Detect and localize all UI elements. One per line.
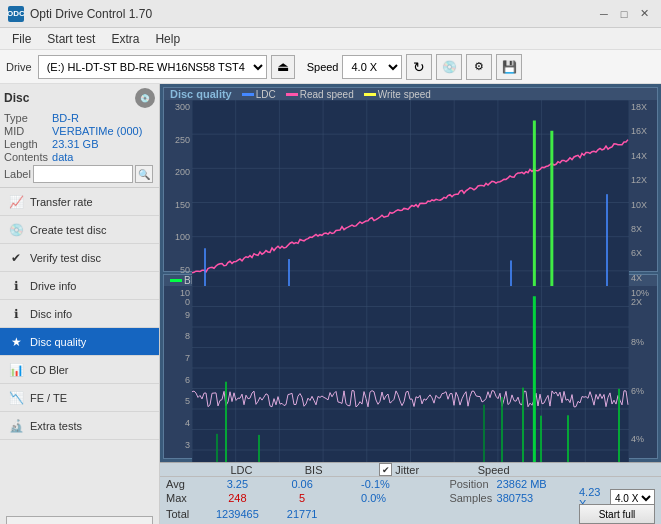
ldc-col-header: LDC	[202, 464, 281, 476]
total-label: Total	[166, 508, 202, 520]
sidebar-item-cd-bler[interactable]: 📊 CD Bler	[0, 356, 159, 384]
disc-quality-label: Disc quality	[30, 336, 86, 348]
contents-label: Contents	[4, 151, 48, 163]
eject-button[interactable]: ⏏	[271, 55, 295, 79]
type-value: BD-R	[52, 112, 155, 124]
extra-tests-icon: 🔬	[8, 418, 24, 434]
menu-bar: File Start test Extra Help	[0, 28, 661, 50]
length-label: Length	[4, 138, 48, 150]
position-val: 23862 MB	[497, 478, 579, 490]
drive-selector[interactable]: (E:) HL-DT-ST BD-RE WH16NS58 TST4	[38, 55, 267, 79]
bottom-chart-canvas	[192, 286, 629, 462]
cd-bler-label: CD Bler	[30, 364, 69, 376]
settings-button[interactable]: ⚙	[466, 54, 492, 80]
refresh-button[interactable]: ↻	[406, 54, 432, 80]
drive-info-label: Drive info	[30, 280, 76, 292]
close-button[interactable]: ✕	[635, 5, 653, 23]
total-bis: 21771	[273, 508, 332, 520]
minimize-button[interactable]: ─	[595, 5, 613, 23]
contents-value: data	[52, 151, 155, 163]
sidebar-item-drive-info[interactable]: ℹ Drive info	[0, 272, 159, 300]
title-bar: ODC Opti Drive Control 1.70 ─ □ ✕	[0, 0, 661, 28]
write-speed-legend: Write speed	[364, 89, 431, 100]
drive-info-icon: ℹ	[8, 278, 24, 294]
speed-label: Speed	[307, 61, 339, 73]
create-test-disc-label: Create test disc	[30, 224, 106, 236]
main-content: Disc 💿 Type BD-R MID VERBATIMe (000) Len…	[0, 84, 661, 524]
save-button[interactable]: 💾	[496, 54, 522, 80]
disc-quality-icon: ★	[8, 334, 24, 350]
max-ldc: 248	[202, 492, 273, 504]
disc-section: Disc 💿 Type BD-R MID VERBATIMe (000) Len…	[0, 84, 159, 188]
top-chart-panel: Disc quality LDC Read speed Write speed	[163, 87, 658, 272]
bottom-chart-panel: BIS Jitter 10987654321	[163, 274, 658, 459]
max-bis: 5	[273, 492, 332, 504]
status-window-button[interactable]: Status window >>	[6, 516, 153, 524]
sidebar: Disc 💿 Type BD-R MID VERBATIMe (000) Len…	[0, 84, 160, 524]
bis-col-header: BIS	[281, 464, 347, 476]
mid-label: MID	[4, 125, 48, 137]
menu-help[interactable]: Help	[147, 30, 188, 48]
menu-start-test[interactable]: Start test	[39, 30, 103, 48]
speed-col-header: Speed	[478, 464, 576, 476]
stats-bar: LDC BIS ✔ Jitter Speed Avg 3.25 0.06 -0.…	[160, 462, 661, 524]
disc-title: Disc	[4, 91, 29, 105]
ldc-legend: LDC	[242, 89, 276, 100]
app-title: Opti Drive Control 1.70	[30, 7, 152, 21]
mid-value: VERBATIMe (000)	[52, 125, 155, 137]
total-ldc: 1239465	[202, 508, 273, 520]
transfer-rate-icon: 📈	[8, 194, 24, 210]
disc-info-icon: ℹ	[8, 306, 24, 322]
avg-bis: 0.06	[273, 478, 332, 490]
type-label: Type	[4, 112, 48, 124]
disc-quality-title: Disc quality	[170, 88, 232, 100]
sidebar-item-transfer-rate[interactable]: 📈 Transfer rate	[0, 188, 159, 216]
right-content: Disc quality LDC Read speed Write speed	[160, 84, 661, 524]
menu-extra[interactable]: Extra	[103, 30, 147, 48]
disc-button[interactable]: 💿	[436, 54, 462, 80]
fe-te-label: FE / TE	[30, 392, 67, 404]
avg-jitter: -0.1%	[361, 478, 449, 490]
bottom-chart-area: 10987654321 10%8%6%4%2%	[164, 286, 657, 462]
position-label: Position	[449, 478, 496, 490]
speed-selector[interactable]: 4.0 X	[342, 55, 402, 79]
samples-val: 380753	[497, 492, 579, 504]
sidebar-item-verify-test-disc[interactable]: ✔ Verify test disc	[0, 244, 159, 272]
verify-label: Verify test disc	[30, 252, 101, 264]
drive-label: Drive	[6, 61, 32, 73]
toolbar: Drive (E:) HL-DT-ST BD-RE WH16NS58 TST4 …	[0, 50, 661, 84]
cd-bler-icon: 📊	[8, 362, 24, 378]
verify-icon: ✔	[8, 250, 24, 266]
read-speed-legend: Read speed	[286, 89, 354, 100]
disc-info-label: Disc info	[30, 308, 72, 320]
jitter-header: ✔ Jitter	[379, 463, 477, 476]
sidebar-item-extra-tests[interactable]: 🔬 Extra tests	[0, 412, 159, 440]
app-icon: ODC	[8, 6, 24, 22]
avg-ldc: 3.25	[202, 478, 273, 490]
extra-tests-label: Extra tests	[30, 420, 82, 432]
total-row: Total 1239465 21771 Start full	[160, 506, 661, 522]
sidebar-item-disc-info[interactable]: ℹ Disc info	[0, 300, 159, 328]
jitter-checkbox[interactable]: ✔	[379, 463, 392, 476]
create-test-disc-icon: 💿	[8, 222, 24, 238]
action-buttons: Start full	[579, 504, 655, 524]
max-label: Max	[166, 492, 202, 504]
avg-label: Avg	[166, 478, 202, 490]
maximize-button[interactable]: □	[615, 5, 633, 23]
disc-info: Type BD-R MID VERBATIMe (000) Length 23.…	[4, 112, 155, 163]
sidebar-item-create-test-disc[interactable]: 💿 Create test disc	[0, 216, 159, 244]
transfer-rate-label: Transfer rate	[30, 196, 93, 208]
start-full-button[interactable]: Start full	[579, 504, 655, 524]
bottom-y-axis-left: 10987654321	[164, 286, 192, 462]
label-search-button[interactable]: 🔍	[135, 165, 153, 183]
max-jitter: 0.0%	[361, 492, 449, 504]
bottom-y-axis-right: 10%8%6%4%2%	[629, 286, 657, 462]
sidebar-item-fe-te[interactable]: 📉 FE / TE	[0, 384, 159, 412]
disc-icon: 💿	[135, 88, 155, 108]
fe-te-icon: 📉	[8, 390, 24, 406]
sidebar-item-disc-quality[interactable]: ★ Disc quality	[0, 328, 159, 356]
label-field-label: Label	[4, 168, 31, 180]
label-input[interactable]	[33, 165, 133, 183]
menu-file[interactable]: File	[4, 30, 39, 48]
samples-label: Samples	[449, 492, 496, 504]
